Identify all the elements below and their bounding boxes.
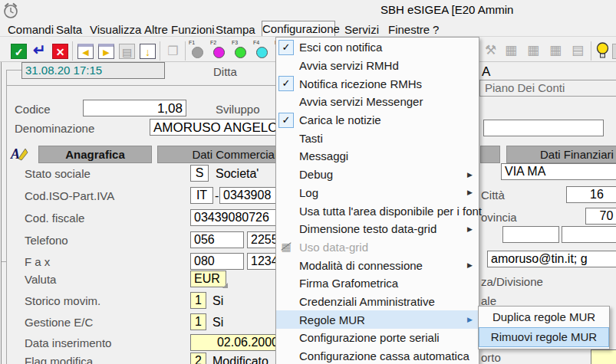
menubar-salta[interactable]: Salta: [56, 23, 82, 36]
checkmark-icon: ✓: [278, 113, 294, 128]
menu-item-debug[interactable]: Debug ▶: [276, 166, 479, 184]
document-save-icon[interactable]: ↓: [140, 44, 156, 59]
menubar-finestre[interactable]: Finestre: [388, 23, 430, 36]
menubar-visualizza[interactable]: Visualizza: [90, 23, 141, 36]
datetime-field: 31.08.20 17:15: [21, 62, 165, 79]
provincia-field[interactable]: 70: [585, 208, 616, 225]
menu-item-usa-tutta-area-font[interactable]: Usa tutta l'area disponibile per i font: [276, 202, 479, 220]
citta-field[interactable]: 16: [566, 186, 616, 203]
flag-modifica-text: Modificato: [212, 355, 268, 364]
menu-item-firma-grafometrica[interactable]: Firma Grafometrica: [276, 274, 479, 293]
gestione-ec-field[interactable]: 1: [190, 313, 206, 330]
menu-item-notifica-ricezione-rmhs[interactable]: ✓ Notifica ricezione RMHs: [276, 74, 479, 93]
grid-icon: ▦: [527, 43, 539, 58]
storico-movim-label: Storico movim.: [25, 294, 100, 307]
stato-sociale-code-field[interactable]: S: [190, 165, 209, 182]
submenu-item-rimuovi-regole-mur[interactable]: Rimuovi regole MUR: [479, 327, 609, 347]
valuta-label: Valuta: [25, 273, 56, 286]
orto-label-fragment: orto: [481, 351, 501, 364]
window-left-border: [1, 62, 2, 364]
fax-label: F a x: [25, 255, 50, 268]
menu-item-configurazione-porte-seriali[interactable]: Configurazione porte seriali: [276, 329, 479, 347]
fax-prefix-field[interactable]: 080: [190, 253, 244, 270]
window-forward-icon[interactable]: ▶: [98, 44, 114, 59]
f2-button[interactable]: [213, 47, 225, 58]
cancel-button[interactable]: ✕: [52, 44, 68, 59]
empty-field-1[interactable]: [502, 226, 559, 243]
email-field[interactable]: amoruso@tin.it; g: [487, 251, 616, 267]
menu-item-label: Esci con notifica: [299, 41, 382, 54]
menu-item-label: Firma Grafometrica: [299, 277, 398, 290]
menu-item-configurazione-cassa-automatica[interactable]: Configurazione cassa automatica: [276, 347, 479, 364]
partita-iva-field[interactable]: 0343908: [219, 187, 282, 204]
codice-field[interactable]: 1,08: [83, 100, 186, 116]
f1-label: F1: [189, 40, 195, 45]
menu-item-log[interactable]: Log ▶: [276, 184, 479, 202]
menu-item-credenziali-amministrative[interactable]: Credenziali Amministrative: [276, 293, 479, 311]
menubar-servizi[interactable]: Servizi: [344, 23, 379, 36]
tab-fragment[interactable]: [480, 146, 500, 163]
stato-sociale-label: Stato sociale: [25, 167, 91, 180]
menu-item-label: Tasti: [299, 132, 323, 145]
bottom-right-yellow-field[interactable]: [591, 349, 616, 364]
app-window: SBH eSIGEA [E20 Ammin Comandi Salta Visu…: [0, 0, 616, 364]
piano-conti-field[interactable]: [483, 120, 604, 136]
f3-button[interactable]: [235, 47, 246, 58]
tab-anagrafica[interactable]: Anagrafica: [38, 146, 152, 163]
menu-item-esci-con-notifica[interactable]: ✓ Esci con notifica: [276, 38, 479, 57]
storico-movim-field[interactable]: 1: [190, 292, 206, 309]
menu-item-label: Carica le notizie: [299, 113, 381, 126]
windows-stack-icon: ❐: [165, 44, 181, 59]
data-inserimento-label: Data inserimento: [25, 336, 111, 349]
menubar-comandi[interactable]: Comandi: [8, 23, 54, 36]
menu-item-label: Regole MUR: [299, 313, 365, 326]
menubar-help[interactable]: ?: [433, 23, 439, 36]
tab-dati-finanziari[interactable]: Dati Finanziari: [506, 146, 616, 163]
f3-label: F3: [232, 40, 238, 45]
combo-corner-icon[interactable]: [222, 283, 228, 288]
empty-field-2[interactable]: [562, 226, 616, 243]
telefono-prefix-field[interactable]: 056: [190, 231, 244, 248]
menu-item-regole-mur[interactable]: Regole MUR ▶: [276, 310, 479, 329]
submenu-arrow-icon: ▶: [467, 189, 473, 196]
divisione-label-fragment: za/Divisione: [481, 275, 543, 288]
menu-item-avvia-servizi-messenger[interactable]: Avvia servizi Messenger: [276, 93, 479, 111]
menu-item-avvia-servizi-rmhd[interactable]: Avvia servizi RMHd: [276, 57, 479, 75]
valuta-field[interactable]: EUR: [190, 271, 226, 287]
f4-button[interactable]: [256, 47, 268, 58]
menu-item-label: Usa tutta l'area disponibile per i font: [299, 205, 482, 218]
data-grid-icon: ▦: [279, 241, 293, 253]
indirizzo-field[interactable]: VIA MA: [501, 163, 616, 180]
submenu-arrow-icon: ▶: [467, 316, 473, 323]
menubar-stampa[interactable]: Stampa: [216, 23, 255, 36]
cod-fiscale-field[interactable]: 03439080726: [190, 209, 282, 226]
iso-code-field[interactable]: IT: [190, 187, 213, 204]
groupbox-elbow-line: [6, 70, 21, 71]
menu-item-tasti[interactable]: Tasti: [276, 129, 479, 147]
menu-item-label: Dimensione testo data-grid: [299, 222, 436, 235]
menu-item-carica-le-notizie[interactable]: ✓ Carica le notizie: [276, 111, 479, 130]
menubar-configurazione[interactable]: Configurazione: [262, 21, 335, 37]
provincia-label-fragment: ovincia: [481, 211, 517, 224]
submenu-item-duplica-regole-mur[interactable]: Duplica regole MUR: [479, 307, 609, 327]
menubar-altre-funzioni[interactable]: Altre Funzioni: [144, 23, 215, 36]
f1-button: [192, 47, 203, 58]
bulb-icon[interactable]: [596, 41, 609, 63]
flag-modifica-field[interactable]: 2: [190, 353, 206, 364]
enter-button[interactable]: ↵: [31, 42, 48, 57]
stato-sociale-text: Societa': [216, 167, 259, 181]
piano-dei-conti-header: Piano Dei Conti: [479, 80, 616, 97]
grid-icon: ▦: [549, 43, 562, 58]
confirm-button[interactable]: ✓: [11, 44, 27, 59]
submenu-arrow-icon: ▶: [467, 225, 473, 233]
data-inserimento-field[interactable]: 02.06.2000: [190, 334, 282, 351]
checkmark-icon: ✓: [278, 76, 294, 91]
window-back-icon[interactable]: ◀: [77, 44, 94, 59]
menu-item-messaggi[interactable]: Messaggi: [276, 147, 479, 166]
submenu-arrow-icon: ▶: [467, 261, 473, 269]
window-title: SBH eSIGEA [E20 Ammin: [380, 3, 616, 16]
menu-item-modalita-di-connessione[interactable]: Modalità di connessione ▶: [276, 256, 479, 274]
menu-item-dimensione-testo-data-grid[interactable]: Dimensione testo data-grid ▶: [276, 220, 479, 238]
denominazione-field[interactable]: AMORUSO ANGELO: [150, 119, 282, 136]
toolbar-separator: [72, 41, 73, 61]
